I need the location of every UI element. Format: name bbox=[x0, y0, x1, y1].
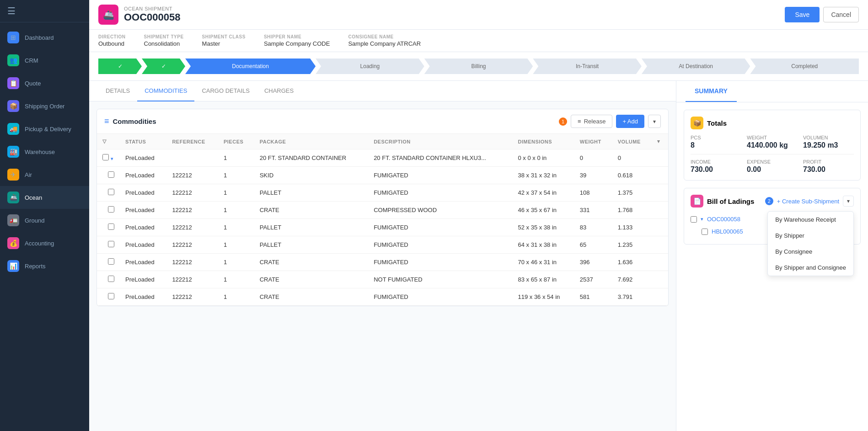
step-loading[interactable]: Loading bbox=[316, 59, 424, 74]
table-row: PreLoaded 122212 1 CRATE COMPRESSED WOOD… bbox=[97, 202, 668, 219]
sidebar-item-air[interactable]: ✈ Air bbox=[0, 163, 89, 186]
tabs: DETAILS COMMODITIES CARGO DETAILS CHARGE… bbox=[89, 81, 676, 101]
meta-shipment-type: SHIPMENT TYPE Consolidation bbox=[144, 34, 184, 47]
sidebar-item-reports[interactable]: 📊 Reports bbox=[0, 255, 89, 277]
step-loading-content[interactable]: Loading bbox=[316, 59, 424, 74]
row-checkbox-2[interactable] bbox=[108, 189, 114, 195]
sidebar-item-pickup-delivery[interactable]: 🚚 Pickup & Delivery bbox=[0, 117, 89, 140]
row-dimensions-7: 83 x 65 x 87 in bbox=[512, 271, 574, 288]
shipment-type-icon: 🚢 bbox=[98, 5, 118, 25]
sidebar-label-crm: CRM bbox=[25, 57, 38, 64]
tab-cargo-details[interactable]: CARGO DETAILS bbox=[194, 81, 257, 101]
row-description-6: FUMIGATED bbox=[368, 254, 512, 271]
weight-label: Weight bbox=[747, 135, 798, 140]
row-volume-2: 1.375 bbox=[612, 184, 652, 202]
meta-shipment-class: SHIPMENT CLASS Master bbox=[202, 34, 246, 47]
row-checkbox-5[interactable] bbox=[108, 241, 114, 247]
step-at-destination[interactable]: At Destination bbox=[642, 59, 750, 74]
row-volume-4: 1.133 bbox=[612, 219, 652, 236]
step-completed[interactable]: Completed bbox=[750, 59, 859, 74]
bol-badge: 2 bbox=[765, 197, 773, 205]
hamburger-menu[interactable]: ☰ bbox=[7, 6, 16, 16]
step-2[interactable]: ✓ bbox=[142, 59, 185, 74]
row-checkbox-7[interactable] bbox=[108, 276, 114, 282]
row-check-7 bbox=[97, 271, 120, 288]
bol-child-id[interactable]: HBL000065 bbox=[712, 228, 743, 235]
volume-label: Volumen bbox=[803, 135, 854, 140]
step-at-destination-content[interactable]: At Destination bbox=[642, 59, 750, 74]
sidebar: ☰ ⊞ Dashboard 👥 CRM 📋 Quote 📦 Shipping O… bbox=[0, 0, 89, 431]
dropdown-item-warehouse[interactable]: By Warehouse Receipt bbox=[768, 212, 853, 228]
tab-charges[interactable]: CHARGES bbox=[257, 81, 301, 101]
shipment-type-value: Consolidation bbox=[144, 40, 184, 47]
sidebar-item-ground[interactable]: 🚛 Ground bbox=[0, 209, 89, 232]
commodities-actions: ≡ Release + Add ▾ bbox=[571, 115, 661, 128]
save-button[interactable]: Save bbox=[785, 7, 820, 22]
step-completed-content[interactable]: Completed bbox=[750, 59, 859, 74]
sidebar-item-dashboard[interactable]: ⊞ Dashboard bbox=[0, 26, 89, 49]
step-documentation[interactable]: Documentation bbox=[185, 59, 316, 74]
step-billing[interactable]: Billing bbox=[424, 59, 533, 74]
dropdown-item-consignee[interactable]: By Consignee bbox=[768, 244, 853, 260]
row-status-3: PreLoaded bbox=[120, 202, 166, 219]
shipment-type-label: SHIPMENT TYPE bbox=[144, 34, 184, 39]
add-dropdown-button[interactable]: ▾ bbox=[648, 115, 661, 128]
step-in-transit-content[interactable]: In-Transit bbox=[533, 59, 642, 74]
th-dimensions: DIMENSIONS bbox=[512, 134, 574, 149]
sidebar-label-warehouse: Warehouse bbox=[25, 149, 55, 155]
row-checkbox-1[interactable] bbox=[108, 171, 114, 178]
expand-icon-0[interactable]: ▾ bbox=[111, 156, 113, 161]
step-at-destination-label: At Destination bbox=[679, 63, 713, 69]
sidebar-item-warehouse[interactable]: 🏭 Warehouse bbox=[0, 140, 89, 163]
row-checkbox-0[interactable] bbox=[102, 154, 109, 160]
create-sub-shipment-button[interactable]: + Create Sub-Shipment bbox=[777, 198, 839, 205]
row-volume-8: 3.791 bbox=[612, 288, 652, 306]
direction-value: Outbound bbox=[98, 40, 126, 47]
release-button[interactable]: ≡ Release bbox=[571, 115, 612, 128]
step-1-content[interactable]: ✓ bbox=[98, 59, 142, 74]
add-button[interactable]: + Add bbox=[616, 115, 644, 128]
step-billing-label: Billing bbox=[472, 63, 486, 69]
sidebar-item-ocean[interactable]: 🚢 Ocean bbox=[0, 186, 89, 209]
step-1[interactable]: ✓ bbox=[98, 59, 142, 74]
shipment-info: 🚢 OCEAN SHIPMENT OOC000058 bbox=[98, 5, 181, 25]
row-check-2 bbox=[97, 184, 120, 202]
summary-tab[interactable]: SUMMARY bbox=[686, 81, 737, 102]
sidebar-item-accounting[interactable]: 💰 Accounting bbox=[0, 232, 89, 255]
bol-dropdown-button[interactable]: ▾ bbox=[843, 196, 854, 207]
bol-expand-icon[interactable]: ▾ bbox=[701, 216, 703, 222]
totals-pcs: Pcs 8 bbox=[691, 135, 741, 149]
sidebar-header: ☰ bbox=[0, 0, 89, 22]
row-weight-0: 0 bbox=[574, 149, 612, 167]
tab-commodities[interactable]: COMMODITIES bbox=[137, 81, 194, 101]
row-action-8 bbox=[652, 288, 668, 306]
step-billing-content[interactable]: Billing bbox=[424, 59, 533, 74]
row-checkbox-3[interactable] bbox=[108, 206, 114, 213]
th-status: STATUS bbox=[120, 134, 166, 149]
step-2-content[interactable]: ✓ bbox=[142, 59, 185, 74]
row-checkbox-6[interactable] bbox=[108, 258, 114, 265]
bol-parent-checkbox[interactable] bbox=[691, 216, 697, 223]
step-documentation-content[interactable]: Documentation bbox=[185, 59, 316, 74]
sidebar-item-quote[interactable]: 📋 Quote bbox=[0, 72, 89, 95]
bol-child-checkbox[interactable] bbox=[702, 229, 708, 235]
meta-shipper: SHIPPER NAME Sample Company CODE bbox=[264, 34, 330, 47]
accounting-icon: 💰 bbox=[7, 237, 19, 249]
crm-icon: 👥 bbox=[7, 54, 19, 66]
sidebar-item-shipping-order[interactable]: 📦 Shipping Order bbox=[0, 95, 89, 117]
sidebar-item-crm[interactable]: 👥 CRM bbox=[0, 49, 89, 72]
expense-value: 0.00 bbox=[747, 165, 798, 174]
dropdown-item-shipper-consignee[interactable]: By Shipper and Consignee bbox=[768, 260, 853, 276]
profit-label: Profit bbox=[803, 159, 854, 165]
dropdown-item-shipper[interactable]: By Shipper bbox=[768, 228, 853, 244]
cancel-button[interactable]: Cancel bbox=[823, 7, 859, 22]
row-checkbox-8[interactable] bbox=[108, 293, 114, 299]
row-checkbox-4[interactable] bbox=[108, 223, 114, 230]
table-row: PreLoaded 122212 1 CRATE FUMIGATED 70 x … bbox=[97, 254, 668, 271]
row-check-4 bbox=[97, 219, 120, 236]
row-volume-1: 0.618 bbox=[612, 167, 652, 184]
row-dimensions-1: 38 x 31 x 32 in bbox=[512, 167, 574, 184]
tab-details[interactable]: DETAILS bbox=[98, 81, 137, 101]
bol-parent-id[interactable]: OOC000058 bbox=[707, 216, 740, 223]
step-in-transit[interactable]: In-Transit bbox=[533, 59, 642, 74]
